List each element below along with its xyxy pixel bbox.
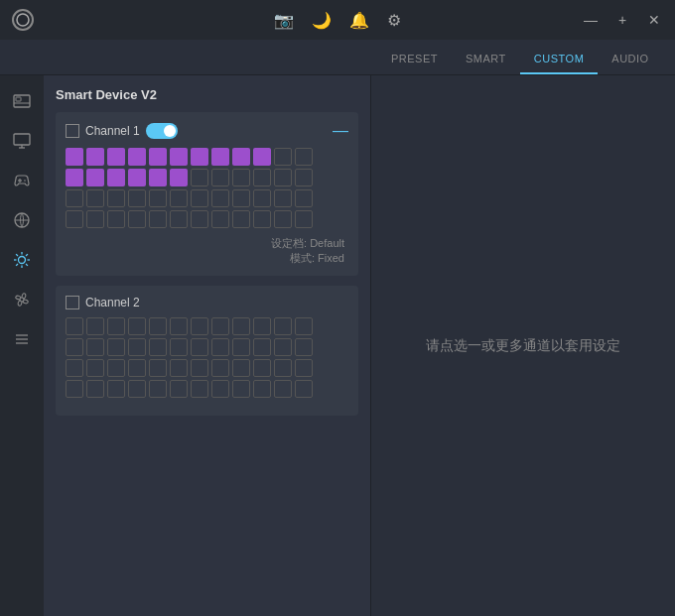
led-cell[interactable] [295,338,313,356]
led-cell[interactable] [66,317,83,335]
led-cell[interactable] [107,210,125,228]
led-cell[interactable] [128,317,146,335]
channel2-checkbox[interactable] [66,296,79,309]
led-cell[interactable] [253,148,271,166]
led-cell[interactable] [232,189,250,207]
led-cell[interactable] [232,169,250,186]
led-cell[interactable] [274,210,292,228]
led-cell[interactable] [191,189,208,207]
led-cell[interactable] [149,169,167,186]
led-cell[interactable] [211,317,229,335]
led-cell[interactable] [149,210,167,228]
led-cell[interactable] [170,169,188,186]
led-cell[interactable] [295,189,313,207]
led-cell[interactable] [66,169,83,186]
led-cell[interactable] [295,210,313,228]
gear-icon[interactable]: ⚙ [387,11,401,30]
moon-icon[interactable]: 🌙 [312,11,332,30]
led-cell[interactable] [191,317,208,335]
led-cell[interactable] [86,359,104,377]
led-cell[interactable] [170,380,188,398]
channel1-checkbox[interactable] [66,124,79,138]
led-cell[interactable] [232,359,250,377]
led-cell[interactable] [191,148,208,166]
led-cell[interactable] [149,189,167,207]
tab-smart[interactable]: SMART [452,45,520,74]
sidebar-item-fan[interactable] [4,282,40,317]
sidebar-item-gamepad[interactable] [4,163,40,198]
channel1-collapse[interactable]: — [333,122,348,140]
led-cell[interactable] [107,338,125,356]
led-cell[interactable] [86,210,104,228]
led-cell[interactable] [211,359,229,377]
led-cell[interactable] [295,148,313,166]
camera-icon[interactable]: 📷 [274,11,294,30]
sidebar-item-monitor[interactable] [4,123,40,159]
led-cell[interactable] [295,169,313,186]
led-cell[interactable] [170,189,188,207]
led-cell[interactable] [86,380,104,398]
led-cell[interactable] [149,338,167,356]
led-cell[interactable] [86,148,104,166]
sidebar-item-network[interactable] [4,202,40,238]
led-cell[interactable] [66,380,83,398]
led-cell[interactable] [295,380,313,398]
led-cell[interactable] [232,210,250,228]
led-cell[interactable] [86,338,104,356]
led-cell[interactable] [86,317,104,335]
bell-icon[interactable]: 🔔 [349,11,369,30]
led-cell[interactable] [274,380,292,398]
led-cell[interactable] [253,189,271,207]
close-button[interactable]: ✕ [645,12,663,28]
tab-game[interactable]: GAME [663,45,675,74]
led-cell[interactable] [107,380,125,398]
led-cell[interactable] [253,169,271,186]
led-cell[interactable] [253,359,271,377]
led-cell[interactable] [107,317,125,335]
led-cell[interactable] [253,380,271,398]
sidebar-item-lighting[interactable] [4,242,40,278]
led-cell[interactable] [149,317,167,335]
maximize-button[interactable]: + [613,12,631,28]
led-cell[interactable] [128,359,146,377]
led-cell[interactable] [128,380,146,398]
led-cell[interactable] [232,317,250,335]
led-cell[interactable] [295,317,313,335]
led-cell[interactable] [274,317,292,335]
led-cell[interactable] [66,338,83,356]
led-cell[interactable] [107,359,125,377]
led-cell[interactable] [191,380,208,398]
led-cell[interactable] [211,380,229,398]
led-cell[interactable] [191,359,208,377]
led-cell[interactable] [86,189,104,207]
led-cell[interactable] [170,359,188,377]
led-cell[interactable] [211,169,229,186]
led-cell[interactable] [191,169,208,186]
led-cell[interactable] [66,189,83,207]
led-cell[interactable] [232,338,250,356]
led-cell[interactable] [107,189,125,207]
led-cell[interactable] [128,338,146,356]
led-cell[interactable] [253,317,271,335]
led-cell[interactable] [128,189,146,207]
led-cell[interactable] [170,210,188,228]
led-cell[interactable] [211,148,229,166]
led-cell[interactable] [191,210,208,228]
led-cell[interactable] [128,169,146,186]
led-cell[interactable] [66,210,83,228]
led-cell[interactable] [211,210,229,228]
led-cell[interactable] [191,338,208,356]
tab-preset[interactable]: PRESET [377,45,452,74]
led-cell[interactable] [149,380,167,398]
led-cell[interactable] [66,359,83,377]
tab-audio[interactable]: AUDIO [598,45,662,74]
led-cell[interactable] [128,148,146,166]
led-cell[interactable] [128,210,146,228]
sidebar-item-image[interactable] [4,83,40,119]
led-cell[interactable] [295,359,313,377]
led-cell[interactable] [149,148,167,166]
led-cell[interactable] [170,338,188,356]
led-cell[interactable] [66,148,83,166]
channel1-toggle[interactable] [146,123,178,139]
led-cell[interactable] [170,148,188,166]
